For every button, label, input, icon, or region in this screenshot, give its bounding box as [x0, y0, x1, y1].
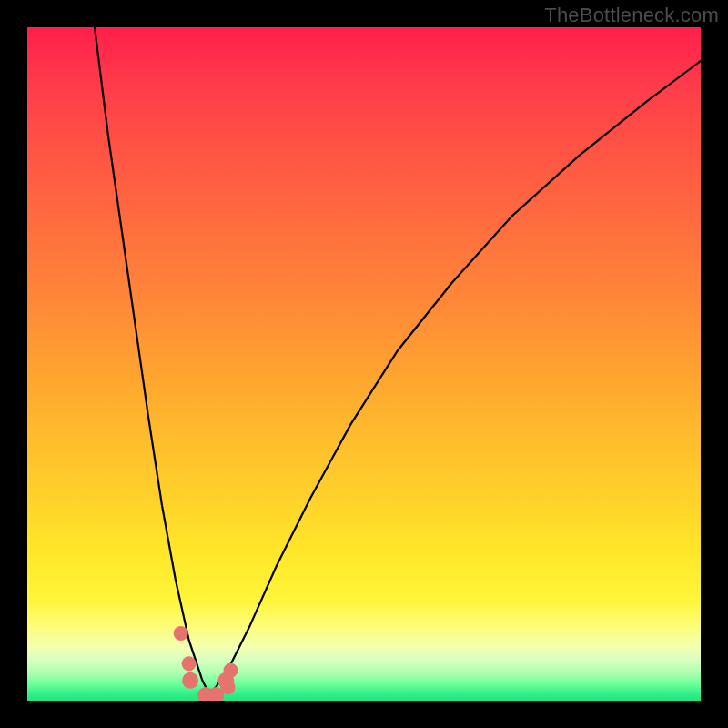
- chart-frame: TheBottleneck.com: [0, 0, 728, 728]
- data-point: [174, 626, 188, 641]
- plot-area: [27, 27, 701, 701]
- data-point: [182, 656, 197, 671]
- watermark-text: TheBottleneck.com: [544, 4, 719, 27]
- data-point: [224, 663, 238, 678]
- highlight-points: [27, 27, 701, 701]
- data-point: [221, 680, 236, 694]
- data-point: [182, 672, 198, 689]
